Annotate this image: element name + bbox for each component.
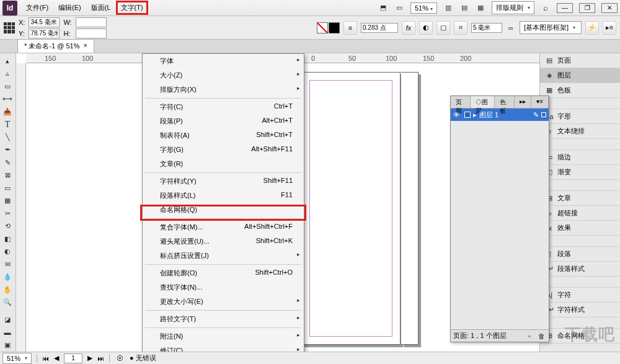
- status-zoom[interactable]: 51%: [2, 353, 32, 364]
- menu-layout[interactable]: 版面(L: [86, 1, 116, 15]
- panel-text-wrap[interactable]: ≡文本绕排: [540, 124, 620, 139]
- document-page-2[interactable]: [401, 72, 418, 345]
- panel-character[interactable]: A|字符: [540, 288, 620, 303]
- panel-swatches[interactable]: ▦色板: [540, 83, 620, 98]
- eyedropper-tool-icon[interactable]: 💧: [0, 271, 15, 284]
- menu-item[interactable]: 更改大小写(E): [143, 295, 304, 309]
- menu-item[interactable]: 排版方向(X): [143, 82, 304, 97]
- fit-content-icon[interactable]: ⌗: [454, 21, 467, 35]
- quick-apply-icon[interactable]: ⚡: [585, 21, 599, 35]
- grid-tool-icon[interactable]: ▦: [0, 195, 15, 208]
- h-input[interactable]: [76, 29, 107, 38]
- panel-para-styles[interactable]: ¶↵段落样式: [540, 262, 620, 277]
- fx-button[interactable]: fx: [402, 21, 415, 35]
- selection-square-icon[interactable]: [541, 112, 546, 117]
- visibility-icon[interactable]: 👁: [453, 111, 462, 118]
- line-tool-icon[interactable]: ╲: [0, 131, 15, 144]
- chain-icon[interactable]: ∞: [506, 23, 516, 33]
- content-collector-icon[interactable]: 📥: [0, 105, 15, 118]
- reference-point-icon[interactable]: [4, 22, 15, 33]
- free-transform-tool-icon[interactable]: ⟲: [0, 220, 15, 233]
- note-tool-icon[interactable]: ✉: [0, 258, 15, 271]
- menu-item[interactable]: 字符(C)Ctrl+T: [143, 100, 304, 114]
- panel-pages[interactable]: ▤页面: [540, 53, 620, 68]
- panel-story[interactable]: ▤文章: [540, 191, 620, 206]
- document-tab-close-icon[interactable]: ×: [83, 42, 87, 51]
- layers-panel[interactable]: 页面 ◇图层 色板 ▸▸ ▾≡ 👁 ▸ 图层 1 ✎ 页面: [450, 95, 549, 342]
- apply-color-icon[interactable]: ▬: [0, 326, 15, 339]
- gradient-swatch-tool-icon[interactable]: ◧: [0, 233, 15, 246]
- menu-item[interactable]: 附注(N): [143, 329, 304, 344]
- fill-stroke-swatches[interactable]: [317, 22, 340, 33]
- page-fwd-icon[interactable]: ▶: [87, 354, 92, 362]
- scissors-tool-icon[interactable]: ✂: [0, 207, 15, 220]
- new-layer-icon[interactable]: ▫: [525, 331, 534, 341]
- close-button[interactable]: ✕: [601, 3, 618, 13]
- menu-item[interactable]: 标点挤压设置(J): [143, 249, 304, 263]
- delete-layer-icon[interactable]: 🗑: [536, 331, 546, 341]
- w-input[interactable]: [76, 17, 107, 27]
- screen-mode-tool-icon[interactable]: ▣: [0, 339, 15, 352]
- panel-tab-layers[interactable]: ◇图层: [471, 96, 495, 108]
- zoom-display[interactable]: 51%: [410, 2, 437, 14]
- menu-item[interactable]: 制表符(A)Shift+Ctrl+T: [143, 128, 304, 143]
- menu-item[interactable]: 大小(Z): [143, 68, 304, 82]
- menu-item[interactable]: 字形(G)Alt+Shift+F11: [143, 143, 304, 157]
- typesetting-rules-combo[interactable]: 排版规则: [492, 1, 534, 14]
- page-tool-icon[interactable]: ▭: [0, 80, 15, 93]
- document-tab[interactable]: * 未命名-1 @ 51% ×: [17, 39, 94, 53]
- menu-text[interactable]: 文字(T): [116, 1, 148, 15]
- panel-stroke[interactable]: ▭描边: [540, 150, 620, 165]
- menu-item[interactable]: 路径文字(T): [143, 312, 304, 326]
- panel-effects[interactable]: fx效果: [540, 221, 620, 236]
- screen-mode-icon[interactable]: ▭: [394, 3, 404, 13]
- panel-hyperlinks[interactable]: ∞超链接: [540, 206, 620, 221]
- rectangle-tool-icon[interactable]: ▭: [0, 182, 15, 195]
- menu-item[interactable]: 字体: [143, 54, 304, 68]
- panel-tab-pages[interactable]: 页面: [451, 96, 471, 108]
- page-last-icon[interactable]: ⏭: [97, 355, 104, 362]
- menu-item[interactable]: 创建轮廓(O)Shift+Ctrl+O: [143, 266, 304, 280]
- selection-tool-icon[interactable]: ▴: [0, 55, 15, 68]
- direct-selection-tool-icon[interactable]: ▵: [0, 68, 15, 81]
- preflight-icon[interactable]: ⦿: [115, 353, 125, 363]
- menu-edit[interactable]: 编辑(E): [53, 1, 86, 15]
- gradient-feather-tool-icon[interactable]: ◐: [0, 246, 15, 259]
- type-tool-icon[interactable]: T: [0, 118, 15, 131]
- view-toggle-icon[interactable]: ⬒: [378, 3, 388, 13]
- panel-layers[interactable]: ◈图层: [540, 68, 620, 83]
- hand-tool-icon[interactable]: ✋: [0, 283, 15, 296]
- menu-item[interactable]: 字符样式(Y)Shift+F11: [143, 174, 304, 189]
- menu-item[interactable]: 复合字体(M)...Alt+Shift+Ctrl+F: [143, 220, 304, 234]
- pencil-tool-icon[interactable]: ✎: [0, 156, 15, 169]
- maximize-button[interactable]: ❐: [579, 3, 595, 13]
- menu-item[interactable]: 段落样式(L)F11: [143, 189, 304, 203]
- canvas[interactable]: 150 100 0 50 100 150 200 字体大小(Z)排版方向(X)字…: [16, 53, 539, 352]
- corner-options-icon[interactable]: ▢: [436, 21, 450, 35]
- menu-item[interactable]: 避头尾设置(U)...Shift+Ctrl+K: [143, 234, 304, 249]
- arrange-icon[interactable]: ▥: [443, 3, 453, 13]
- x-input[interactable]: [29, 17, 60, 27]
- gap-tool-icon[interactable]: ⟷: [0, 93, 15, 106]
- search-icon[interactable]: ⌕: [541, 3, 551, 13]
- pen-tool-icon[interactable]: ✒: [0, 144, 15, 157]
- panel-tab-swatches[interactable]: 色板: [495, 96, 515, 108]
- stroke-weight-icon[interactable]: ≡: [343, 21, 357, 35]
- arrange2-icon[interactable]: ▤: [459, 3, 469, 13]
- panel-gradient[interactable]: ◧渐变: [540, 165, 620, 180]
- frame-style-combo[interactable]: [基本图形框架]: [520, 21, 582, 34]
- document-page[interactable]: [301, 72, 401, 345]
- panel-char-styles[interactable]: A↵字符样式: [540, 303, 620, 317]
- expand-triangle-icon[interactable]: ▸: [473, 111, 477, 119]
- arrange3-icon[interactable]: ▦: [476, 3, 485, 13]
- page-back-icon[interactable]: ◀: [54, 354, 59, 362]
- panel-paragraph[interactable]: ¶段落: [540, 247, 620, 262]
- panel-menu-icon[interactable]: ▾≡: [531, 96, 549, 108]
- menu-item[interactable]: 修订(C): [143, 344, 304, 352]
- rectangle-frame-tool-icon[interactable]: ⊠: [0, 169, 15, 182]
- size-input[interactable]: [471, 23, 502, 33]
- page-prev-icon[interactable]: ⏮: [42, 355, 49, 362]
- menu-item[interactable]: 段落(P)Alt+Ctrl+T: [143, 114, 304, 128]
- page-number-input[interactable]: [64, 353, 82, 363]
- menu-item[interactable]: 查找字体(N)...: [143, 280, 304, 295]
